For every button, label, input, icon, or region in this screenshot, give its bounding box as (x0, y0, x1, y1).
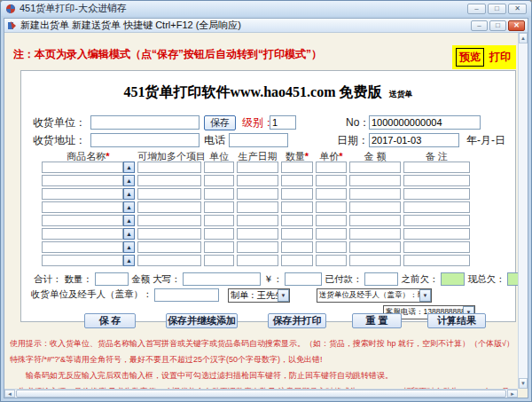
unit-input[interactable] (204, 241, 234, 253)
child-minimize-button[interactable]: – (471, 20, 488, 31)
extra-item-input[interactable] (137, 255, 201, 266)
receiver-sign-input[interactable] (154, 288, 219, 302)
reset-button[interactable]: 重 置 (352, 313, 402, 328)
quantity-input[interactable] (281, 162, 313, 173)
amount-input-total[interactable] (285, 272, 322, 286)
unit-input[interactable] (204, 175, 234, 186)
remark-input[interactable] (403, 241, 470, 253)
amount-input[interactable] (349, 175, 401, 186)
product-picker-button[interactable]: ▲ (123, 228, 135, 240)
product-picker-button[interactable]: ▲ (123, 241, 135, 253)
extra-item-input[interactable] (137, 241, 201, 253)
unit-input[interactable] (204, 188, 234, 200)
vertical-scrollbar[interactable]: ▲ ▼ (518, 33, 528, 389)
date-input[interactable] (369, 133, 459, 147)
prod-date-input[interactable] (237, 175, 278, 186)
unit-input[interactable] (204, 201, 234, 213)
product-picker-button[interactable]: ▲ (123, 175, 135, 186)
minimize-button[interactable]: – (467, 4, 486, 14)
product-name-input[interactable] (42, 255, 123, 266)
price-input[interactable] (316, 175, 347, 186)
price-input[interactable] (316, 215, 347, 226)
quantity-input[interactable] (281, 175, 313, 186)
dropdown-arrow-icon[interactable]: ▼ (278, 289, 289, 302)
remark-input[interactable] (403, 255, 470, 266)
scrollbar-thumb[interactable] (16, 390, 506, 398)
product-name-input[interactable] (42, 175, 123, 186)
product-name-input[interactable] (42, 201, 123, 213)
price-input[interactable] (316, 188, 347, 200)
quantity-input[interactable] (281, 228, 313, 240)
receiver-input[interactable] (90, 115, 200, 130)
sender-select[interactable]: 送货单位及经手人（盖章）：黎先生 ▼ (317, 288, 432, 303)
prod-date-input[interactable] (237, 188, 278, 200)
dropdown-arrow-icon[interactable]: ▼ (419, 289, 431, 302)
maker-select[interactable]: 制单：王先生 ▼ (228, 288, 290, 303)
product-name-input[interactable] (42, 241, 123, 253)
product-picker-button[interactable]: ▲ (123, 201, 135, 213)
child-maximize-button[interactable]: □ (489, 20, 506, 31)
no-input[interactable] (369, 115, 481, 130)
scroll-right-icon[interactable]: ► (507, 390, 518, 398)
amount-input[interactable] (349, 188, 401, 200)
prev-debt-input[interactable] (441, 272, 465, 286)
amount-caps-input[interactable] (183, 272, 261, 286)
extra-item-input[interactable] (137, 175, 201, 186)
level-input[interactable] (270, 115, 296, 130)
unit-input[interactable] (204, 162, 234, 173)
remark-input[interactable] (403, 228, 470, 240)
extra-item-input[interactable] (137, 162, 201, 173)
product-name-input[interactable] (42, 188, 123, 200)
maximize-button[interactable]: □ (488, 4, 506, 14)
extra-item-input[interactable] (137, 215, 201, 226)
remark-input[interactable] (403, 175, 470, 186)
save-button[interactable]: 保 存 (84, 313, 136, 328)
save-and-continue-button[interactable]: 保存并继续添加 (166, 313, 238, 328)
scroll-left-icon[interactable]: ◄ (4, 390, 15, 398)
horizontal-scrollbar[interactable]: ◄ ► (4, 389, 518, 398)
extra-item-input[interactable] (137, 201, 201, 213)
remark-input[interactable] (403, 215, 470, 226)
total-qty-input[interactable] (95, 272, 129, 286)
unit-input[interactable] (204, 228, 234, 240)
address-input[interactable] (90, 133, 200, 147)
product-name-input[interactable] (42, 215, 123, 226)
product-name-input[interactable] (42, 162, 123, 173)
price-input[interactable] (316, 201, 347, 213)
price-input[interactable] (316, 228, 347, 240)
scroll-up-icon[interactable]: ▲ (519, 33, 528, 43)
prod-date-input[interactable] (237, 255, 278, 266)
prod-date-input[interactable] (237, 201, 278, 213)
quantity-input[interactable] (281, 215, 313, 226)
amount-input[interactable] (349, 255, 401, 266)
amount-input[interactable] (349, 241, 401, 253)
prod-date-input[interactable] (237, 241, 278, 253)
close-button[interactable]: ✕ (508, 4, 527, 14)
print-button[interactable]: 打印 (488, 49, 512, 66)
price-input[interactable] (316, 162, 347, 173)
unit-input[interactable] (204, 215, 234, 226)
product-picker-button[interactable]: ▲ (123, 255, 135, 266)
amount-input[interactable] (349, 162, 401, 173)
quantity-input[interactable] (281, 241, 313, 253)
price-input[interactable] (316, 241, 347, 253)
amount-input[interactable] (349, 201, 401, 213)
prod-date-input[interactable] (237, 215, 278, 226)
product-name-input[interactable] (42, 228, 123, 240)
extra-item-input[interactable] (137, 188, 201, 200)
remark-input[interactable] (403, 162, 470, 173)
amount-input[interactable] (349, 215, 401, 226)
preview-button[interactable]: 预览 (456, 48, 484, 67)
now-debt-input[interactable] (507, 272, 518, 286)
product-picker-button[interactable]: ▲ (123, 188, 135, 200)
remark-input[interactable] (403, 188, 470, 200)
price-input[interactable] (316, 255, 347, 266)
prod-date-input[interactable] (237, 228, 278, 240)
unit-input[interactable] (204, 255, 234, 266)
product-picker-button[interactable]: ▲ (123, 215, 135, 226)
calculate-button[interactable]: 计算结果 (427, 313, 486, 328)
amount-input[interactable] (349, 228, 401, 240)
save-and-print-button[interactable]: 保存并打印 (268, 313, 326, 328)
prod-date-input[interactable] (237, 162, 278, 173)
save-button-top[interactable]: 保存 (204, 115, 236, 130)
